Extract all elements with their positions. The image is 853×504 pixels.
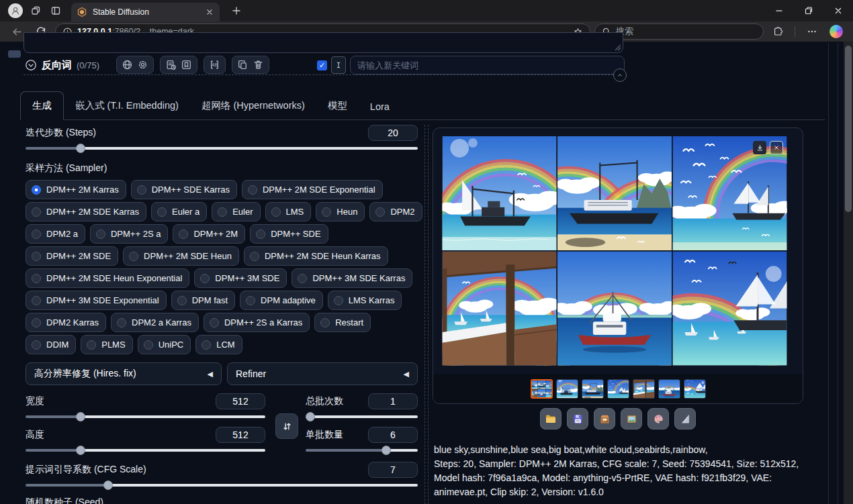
sampler-option[interactable]: DPM++ 3M SDE Karras xyxy=(291,268,412,288)
radio-icon xyxy=(246,296,255,305)
cfg-scale-slider[interactable] xyxy=(26,481,418,490)
sampler-option[interactable]: Restart xyxy=(314,313,371,332)
steps-slider-knob[interactable] xyxy=(76,144,85,153)
minimize-button[interactable] xyxy=(764,0,794,21)
batch-count-slider[interactable] xyxy=(306,412,418,421)
new-keyword-input[interactable] xyxy=(350,56,625,74)
resize-grip-icon[interactable] xyxy=(615,44,621,51)
main-tab-2[interactable]: 超网络 (Hypernetworks) xyxy=(190,92,316,119)
gallery-thumbnail-5[interactable] xyxy=(658,379,680,399)
sampler-option[interactable]: DPM++ SDE xyxy=(250,224,328,244)
steps-input[interactable]: 20 xyxy=(368,125,418,141)
width-slider[interactable] xyxy=(26,412,265,421)
sampler-option[interactable]: DPM++ 2S a Karras xyxy=(204,313,310,332)
globe-icon[interactable] xyxy=(122,59,133,70)
sampler-option[interactable]: DPM adaptive xyxy=(240,291,323,310)
vertical-tabs-button[interactable] xyxy=(46,2,66,19)
save-zip-button[interactable] xyxy=(594,408,615,430)
sampler-option[interactable]: DPM++ 2M SDE Heun Karras xyxy=(244,246,388,266)
width-input[interactable]: 512 xyxy=(216,393,265,409)
gallery-thumbnail-0[interactable] xyxy=(531,379,553,399)
keyword-checkbox[interactable]: ✓ xyxy=(317,60,327,70)
main-tab-1[interactable]: 嵌入式 (T.I. Embedding) xyxy=(64,92,190,119)
sampler-option[interactable]: DPM2 Karras xyxy=(26,313,106,332)
prompt-history-icon[interactable] xyxy=(165,59,177,70)
collapse-panel-button[interactable] xyxy=(613,68,627,82)
translate-ab-icon[interactable]: AB xyxy=(209,59,220,70)
batch-size-input[interactable]: 6 xyxy=(368,427,418,443)
hires-fix-accordion[interactable]: 高分辨率修复 (Hires. fix) ◀ xyxy=(26,362,222,385)
send-to-img2img-button[interactable] xyxy=(621,408,642,430)
collapse-circle-down-icon[interactable] xyxy=(25,59,37,71)
send-to-extras-button[interactable] xyxy=(674,408,696,430)
steps-slider[interactable] xyxy=(26,144,418,153)
workspaces-button[interactable] xyxy=(26,2,46,19)
gallery-thumbnail-4[interactable] xyxy=(633,379,655,399)
browser-scrollbar[interactable] xyxy=(844,42,853,504)
gallery-thumbnail-1[interactable] xyxy=(556,379,578,399)
sampler-option[interactable]: LMS xyxy=(265,202,312,221)
sampler-option[interactable]: DPM++ 2M SDE Heun xyxy=(123,246,239,266)
swap-dimensions-button[interactable] xyxy=(275,413,298,439)
height-input[interactable]: 512 xyxy=(216,427,265,443)
sampler-option[interactable]: DPM2 xyxy=(369,202,422,221)
sampler-option[interactable]: Heun xyxy=(316,202,365,221)
trash-icon[interactable] xyxy=(253,59,264,70)
sampler-option[interactable]: DPM2 a Karras xyxy=(111,313,199,332)
sampler-option[interactable]: PLMS xyxy=(81,335,132,354)
sampler-option[interactable]: DPM++ 2M Karras xyxy=(26,180,126,199)
sampler-option[interactable]: DPM fast xyxy=(171,291,235,310)
sampler-option[interactable]: UniPC xyxy=(138,335,191,354)
restore-button[interactable] xyxy=(794,0,823,21)
tab-close-icon[interactable] xyxy=(205,7,214,17)
page-scroll-gutter[interactable] xyxy=(828,43,838,504)
save-image-button[interactable] xyxy=(567,408,588,430)
close-button[interactable] xyxy=(823,0,853,21)
gear-icon[interactable] xyxy=(137,59,148,70)
copilot-button[interactable] xyxy=(826,23,846,40)
send-to-inpaint-button[interactable] xyxy=(647,408,669,430)
generated-image-grid[interactable] xyxy=(441,136,788,366)
send-to-inpaint-icon xyxy=(653,413,664,425)
refiner-accordion[interactable]: Refiner ◀ xyxy=(227,362,418,385)
copy-icon[interactable] xyxy=(237,59,249,70)
sampler-option[interactable]: DPM++ 3M SDE xyxy=(194,268,287,288)
close-gallery-button[interactable] xyxy=(770,141,783,154)
sampler-option[interactable]: DDIM xyxy=(26,335,76,354)
open-folder-button[interactable] xyxy=(540,408,562,430)
sampler-option[interactable]: Euler xyxy=(212,202,260,221)
prompt-textarea[interactable] xyxy=(24,32,623,53)
download-image-button[interactable] xyxy=(753,141,766,154)
sampler-option[interactable]: DPM++ 2M SDE Karras xyxy=(26,202,146,221)
browser-tab[interactable]: Stable Diffusion xyxy=(71,3,220,21)
profile-button[interactable] xyxy=(5,2,26,19)
gallery-thumbnail-2[interactable] xyxy=(582,379,604,399)
sampler-option[interactable]: DPM++ 2M SDE Heun Exponential xyxy=(26,268,189,288)
sampler-option[interactable]: DPM++ 2M SDE Exponential xyxy=(242,180,383,199)
sampler-option[interactable]: DPM++ 2M xyxy=(173,224,245,244)
gallery-image-area[interactable] xyxy=(441,136,788,366)
sampler-option[interactable]: Euler a xyxy=(151,202,207,221)
main-tab-3[interactable]: 模型 xyxy=(316,92,359,119)
text-cursor-button[interactable] xyxy=(331,56,346,74)
extensions-button[interactable] xyxy=(768,23,788,40)
sampler-option[interactable]: DPM2 a xyxy=(26,224,85,244)
batch-size-slider[interactable] xyxy=(306,446,418,455)
main-tab-0[interactable]: 生成 xyxy=(20,91,64,120)
cfg-scale-input[interactable]: 7 xyxy=(368,462,418,478)
main-tab-4[interactable]: Lora xyxy=(359,94,401,119)
gallery-thumbnail-3[interactable] xyxy=(607,379,629,399)
sampler-option[interactable]: DPM++ SDE Karras xyxy=(131,180,237,199)
sampler-option[interactable]: LCM xyxy=(195,335,242,354)
favorites-bookmark-icon[interactable] xyxy=(181,59,192,70)
new-tab-button[interactable] xyxy=(226,2,246,19)
gallery-thumbnail-6[interactable] xyxy=(684,379,706,399)
batch-count-input[interactable]: 1 xyxy=(368,393,418,409)
sampler-option[interactable]: DPM++ 2S a xyxy=(90,224,168,244)
scrollbar-thumb[interactable] xyxy=(845,46,852,212)
sampler-option[interactable]: DPM++ 3M SDE Exponential xyxy=(26,291,167,310)
browser-menu-button[interactable] xyxy=(802,23,822,40)
sampler-option[interactable]: DPM++ 2M SDE xyxy=(26,246,118,266)
sampler-option[interactable]: LMS Karras xyxy=(328,291,402,310)
height-slider[interactable] xyxy=(26,446,265,455)
